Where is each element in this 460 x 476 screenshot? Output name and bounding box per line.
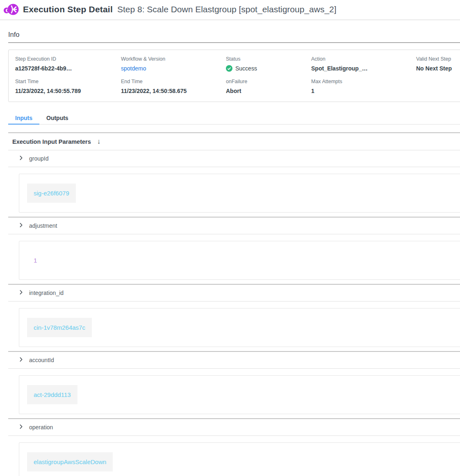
info-row: Start Time11/23/2022, 14:50:55.789End Ti…	[15, 79, 460, 94]
param-panel-wrap: elastigroupAwsScaleDown	[8, 436, 460, 476]
info-field-value: 11/23/2022, 14:50:58.675	[121, 88, 226, 94]
param-row-operation[interactable]: operation	[8, 419, 460, 436]
info-field-value-text: Spot_Elastigroup_…	[311, 65, 368, 72]
param-panel-wrap: sig-e26f6079	[8, 167, 460, 217]
info-field-value-text: 11/23/2022, 14:50:58.675	[121, 88, 187, 94]
param-name: integration_id	[29, 290, 64, 296]
info-field-label: Workflow & Version	[121, 56, 226, 62]
info-field-value: Abort	[226, 88, 311, 94]
info-field-value: Spot_Elastigroup_…	[311, 65, 416, 72]
chevron-right-icon	[18, 289, 24, 297]
info-field-label: Status	[226, 56, 311, 62]
app-header: Execution Step Detail Step 8: Scale Down…	[0, 0, 460, 20]
info-field-value-text: 1	[311, 88, 314, 94]
param-row-adjustment[interactable]: adjustment	[8, 218, 460, 234]
info-field: Step Execution IDa125728f-6b22-4b9…	[15, 56, 121, 72]
workflow-link[interactable]: spotdemo	[121, 65, 226, 72]
info-row: Step Execution IDa125728f-6b22-4b9…Workf…	[15, 56, 460, 72]
info-field-value: 1	[311, 88, 416, 94]
param-panel-wrap: 1	[8, 234, 460, 284]
chevron-right-icon	[18, 155, 24, 162]
info-field-label: Valid Next Step	[416, 56, 460, 62]
chevron-right-icon	[18, 222, 24, 229]
info-field-value-text: a125728f-6b22-4b9…	[15, 65, 72, 72]
info-field-label: Step Execution ID	[15, 56, 121, 62]
param-name: operation	[29, 424, 53, 431]
info-field-value: No Next Step	[416, 65, 460, 72]
param-row-integration_id[interactable]: integration_id	[8, 285, 460, 301]
info-field-value-text: 11/23/2022, 14:50:55.789	[15, 88, 81, 94]
info-field-value-text: spotdemo	[121, 65, 146, 72]
param-row-accountId[interactable]: accountId	[8, 352, 460, 369]
info-field-value: 11/23/2022, 14:50:55.789	[15, 88, 121, 94]
param-row-groupId[interactable]: groupId	[8, 150, 460, 167]
info-title-underline	[8, 42, 460, 43]
param-name: adjustment	[29, 222, 57, 229]
info-card: Step Execution IDa125728f-6b22-4b9…Workf…	[8, 50, 460, 102]
param-name: groupId	[29, 155, 48, 162]
info-field-value-text: No Next Step	[416, 65, 452, 72]
info-field: ActionSpot_Elastigroup_…	[311, 56, 416, 72]
param-value: 1	[34, 257, 37, 264]
tabs-row: InputsOutputs	[8, 112, 460, 125]
info-field: onFailureAbort	[226, 79, 311, 94]
info-field-label: Action	[311, 56, 416, 62]
info-field-value: a125728f-6b22-4b9…	[15, 65, 121, 72]
info-field-value-text: Abort	[226, 88, 241, 94]
param-value: cin-1v78m264as7c	[27, 318, 92, 337]
chevron-right-icon	[18, 356, 24, 364]
page-subtitle: Step 8: Scale Down Elastgroup [spot_elas…	[117, 5, 337, 14]
param-value-panel: 1	[19, 241, 460, 280]
param-value-panel: cin-1v78m264as7c	[19, 308, 460, 347]
info-field: End Time11/23/2022, 14:50:58.675	[121, 79, 226, 94]
info-field-label: onFailure	[226, 79, 311, 84]
chevron-right-icon	[18, 424, 24, 431]
param-value-panel: act-29ddd113	[19, 375, 460, 414]
param-value-panel: sig-e26f6079	[19, 174, 460, 213]
page-title: Execution Step Detail	[23, 5, 113, 14]
param-panel-wrap: act-29ddd113	[8, 369, 460, 418]
info-field: Max Attempts1	[311, 79, 416, 94]
info-field-value-text: Success	[235, 65, 257, 72]
param-name: accountId	[29, 357, 54, 363]
info-section-title: Info	[8, 31, 460, 39]
info-field-label: End Time	[121, 79, 226, 84]
tab-inputs[interactable]: Inputs	[8, 112, 39, 125]
info-field-label: Start Time	[15, 79, 121, 84]
params-heading: Execution Input Parameters ↓	[8, 133, 460, 150]
params-list: groupIdsig-e26f6079adjustment1integratio…	[8, 150, 460, 476]
info-field: StatusSuccess	[226, 56, 311, 72]
info-field: Valid Next StepNo Next Step	[416, 56, 460, 72]
info-field: Start Time11/23/2022, 14:50:55.789	[15, 79, 121, 94]
check-circle-icon	[226, 65, 232, 72]
tab-outputs[interactable]: Outputs	[39, 112, 75, 125]
info-field-label: Max Attempts	[311, 79, 416, 84]
param-value: sig-e26f6079	[27, 184, 76, 203]
param-value-panel: elastigroupAwsScaleDown	[19, 442, 460, 476]
spot-logo-icon	[3, 2, 19, 16]
params-section-title: Execution Input Parameters	[12, 138, 91, 145]
param-value: act-29ddd113	[27, 385, 77, 404]
param-panel-wrap: cin-1v78m264as7c	[8, 301, 460, 351]
param-value: elastigroupAwsScaleDown	[27, 452, 113, 471]
info-field: Workflow & Versionspotdemo	[121, 56, 226, 72]
download-icon[interactable]: ↓	[97, 138, 101, 145]
status-value: Success	[226, 65, 311, 72]
